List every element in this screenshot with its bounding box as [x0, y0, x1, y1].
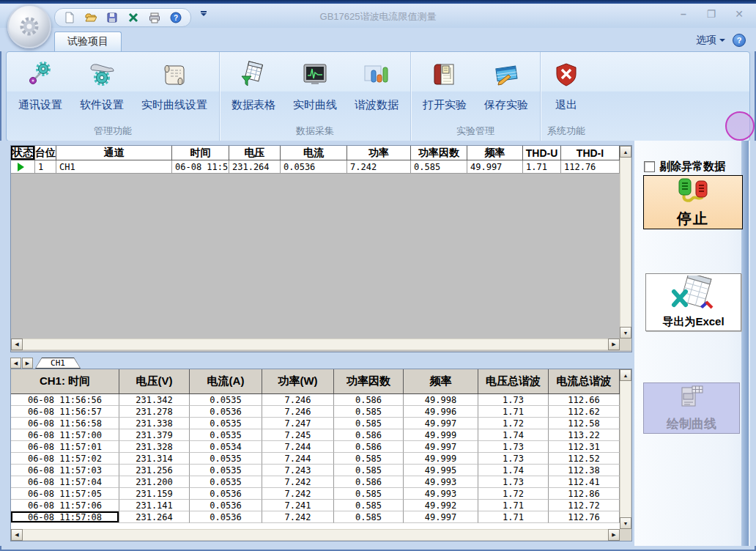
- data-header-cell[interactable]: CH1: 时间: [11, 369, 119, 393]
- minimize-button[interactable]: –: [675, 7, 692, 21]
- status-table-row[interactable]: 1CH106-08 11:57:08231.2640.05367.2420.58…: [11, 160, 620, 174]
- data-table-button[interactable]: 数据表格: [223, 53, 284, 115]
- open-experiment-button[interactable]: 打开实验: [414, 53, 475, 115]
- data-table-icon: [240, 61, 267, 92]
- status-vertical-scrollbar[interactable]: ▲ ▼: [620, 146, 631, 339]
- data-cell: 7.244: [262, 441, 334, 453]
- checkbox-label: 剔除异常数据: [659, 160, 725, 174]
- data-header-cell[interactable]: 功率因数: [334, 369, 404, 393]
- table-row[interactable]: 06-08 11:56:58231.3380.05357.2470.58549.…: [11, 418, 620, 429]
- scroll-down-icon[interactable]: ▼: [620, 517, 631, 529]
- customize-toolbar-icon[interactable]: [199, 11, 208, 16]
- app-menu-button[interactable]: [7, 4, 51, 48]
- table-row[interactable]: 06-08 11:57:03231.2560.05357.2430.58549.…: [11, 465, 620, 476]
- scroll-right-icon[interactable]: ▶: [608, 339, 620, 350]
- tab-test-project[interactable]: 试验项目: [54, 32, 122, 51]
- maximize-button[interactable]: ❐: [703, 7, 719, 21]
- play-icon: [18, 163, 24, 171]
- data-vertical-scrollbar[interactable]: ▲ ▼: [620, 369, 631, 529]
- exit-button[interactable]: 退出: [544, 53, 589, 115]
- comm-settings-icon: [26, 61, 54, 92]
- save-experiment-button[interactable]: 保存实验: [475, 53, 537, 115]
- table-row[interactable]: 06-08 11:57:04231.2000.05357.2420.58649.…: [11, 476, 620, 488]
- export-excel-button[interactable]: 导出为Excel: [645, 273, 741, 331]
- ribbon-group-management: 通讯设置 软件设置 实时曲线设置 管理功能: [7, 52, 219, 141]
- button-label: 软件设置: [80, 98, 124, 112]
- status-header-cell[interactable]: 状态: [11, 146, 35, 160]
- data-table-body: 06-08 11:56:56231.3420.05357.2460.58649.…: [11, 394, 620, 529]
- data-header-cell[interactable]: 电流(A): [190, 369, 262, 393]
- help-icon[interactable]: ?: [733, 34, 746, 47]
- table-row[interactable]: 06-08 11:57:01231.3280.05347.2440.58649.…: [11, 441, 620, 453]
- table-row[interactable]: 06-08 11:57:05231.1590.05367.2420.58549.…: [11, 488, 620, 500]
- software-settings-button[interactable]: 软件设置: [71, 53, 133, 115]
- scrollbar-corner: [620, 529, 631, 541]
- titlebar: GB17625谐波电流限值测量 – ❐ ✕ ?: [0, 0, 756, 28]
- table-row[interactable]: 06-08 11:57:00231.3790.05357.2450.58649.…: [11, 429, 620, 441]
- status-header-cell[interactable]: 电压: [229, 146, 281, 160]
- data-header-cell[interactable]: 电流总谐波: [549, 369, 620, 393]
- data-header-cell[interactable]: 电压(V): [119, 369, 190, 393]
- status-header-cell[interactable]: 频率: [467, 146, 523, 160]
- data-cell: 06-08 11:56:56: [11, 394, 119, 406]
- scroll-left-icon[interactable]: ◀: [11, 529, 23, 541]
- data-table-header: CH1: 时间电压(V)电流(A)功率(W)功率因数频率电压总谐波电流总谐波: [11, 369, 620, 394]
- status-horizontal-scrollbar[interactable]: ◀ ▶: [11, 339, 620, 350]
- status-header-cell[interactable]: 通道: [56, 146, 172, 160]
- stop-button[interactable]: 停止: [643, 175, 743, 229]
- button-label: 实时曲线: [293, 98, 337, 112]
- data-header-cell[interactable]: 频率: [404, 369, 478, 393]
- harmonic-data-icon: [363, 61, 390, 92]
- data-cell: 06-08 11:57:01: [11, 441, 119, 453]
- status-header-cell[interactable]: 功率: [347, 146, 411, 160]
- data-cell: 0.0535: [190, 476, 262, 488]
- svg-text:?: ?: [174, 14, 178, 22]
- status-header-cell[interactable]: THD-I: [561, 146, 620, 160]
- data-cell: 1.72: [478, 418, 549, 429]
- scroll-right-icon[interactable]: ▶: [608, 529, 620, 541]
- harmonic-data-button[interactable]: 谐波数据: [346, 53, 407, 115]
- status-header-cell[interactable]: 电流: [281, 146, 347, 160]
- scroll-up-icon[interactable]: ▲: [620, 369, 631, 381]
- data-header-cell[interactable]: 电压总谐波: [478, 369, 549, 393]
- sheet-tab-ch1[interactable]: CH1: [35, 358, 81, 369]
- annotation-circle: [725, 111, 755, 141]
- draw-curve-button[interactable]: 绘制曲线: [643, 382, 740, 434]
- close-button[interactable]: ✕: [731, 7, 747, 21]
- scroll-left-icon[interactable]: ◀: [11, 339, 23, 350]
- status-header-cell[interactable]: 台位: [35, 146, 56, 160]
- sheet-next-icon[interactable]: ▶: [22, 358, 33, 369]
- print-icon[interactable]: [149, 12, 160, 23]
- data-header-cell[interactable]: 功率(W): [262, 369, 334, 393]
- data-horizontal-scrollbar[interactable]: ◀ ▶: [11, 529, 620, 541]
- table-row[interactable]: 06-08 11:57:02231.3140.05357.2440.58549.…: [11, 453, 620, 465]
- data-cell: 7.243: [262, 465, 334, 476]
- table-row[interactable]: 06-08 11:56:57231.2780.05367.2460.58549.…: [11, 406, 620, 418]
- open-folder-icon[interactable]: [85, 12, 97, 23]
- data-cell: 49.997: [404, 441, 478, 453]
- table-row[interactable]: 06-08 11:57:08231.2640.05367.2420.58549.…: [11, 511, 620, 523]
- data-cell: 06-08 11:56:57: [11, 406, 119, 418]
- data-cell: 0.585: [334, 406, 404, 418]
- new-document-icon[interactable]: [64, 12, 75, 23]
- scroll-up-icon[interactable]: ▲: [620, 146, 631, 158]
- options-menu-button[interactable]: 选项: [696, 34, 725, 47]
- status-header-cell[interactable]: 功率因数: [411, 146, 467, 160]
- scroll-down-icon[interactable]: ▼: [620, 327, 631, 339]
- help-icon[interactable]: ?: [170, 12, 182, 23]
- table-row[interactable]: 06-08 11:56:56231.3420.05357.2460.58649.…: [11, 394, 620, 406]
- scrollbar-corner: [620, 339, 631, 350]
- checkbox[interactable]: [644, 161, 655, 172]
- comm-settings-button[interactable]: 通讯设置: [10, 53, 71, 115]
- table-row[interactable]: 06-08 11:57:06231.1410.05367.2410.58549.…: [11, 500, 620, 511]
- excel-export-icon[interactable]: [127, 12, 139, 23]
- curve-settings-button[interactable]: 实时曲线设置: [133, 53, 216, 115]
- filter-abnormal-checkbox[interactable]: 剔除异常数据: [644, 160, 725, 174]
- data-cell: 0.585: [334, 418, 404, 429]
- status-header-cell[interactable]: 时间: [172, 146, 229, 160]
- sheet-prev-icon[interactable]: ◀: [10, 358, 21, 369]
- realtime-curve-button[interactable]: 实时曲线: [284, 53, 346, 115]
- status-header-cell[interactable]: THD-U: [523, 146, 561, 160]
- save-icon[interactable]: [106, 12, 118, 23]
- data-cell: 0.0535: [190, 418, 262, 429]
